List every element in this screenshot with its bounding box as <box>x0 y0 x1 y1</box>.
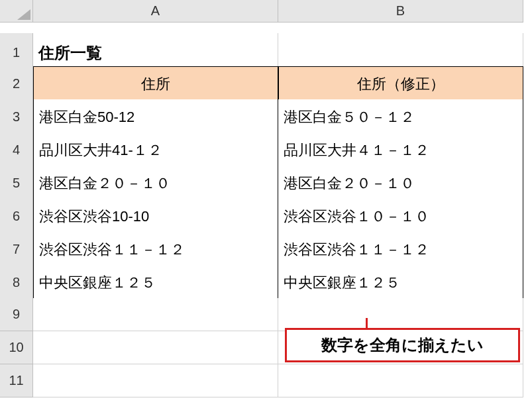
select-all-corner[interactable] <box>0 0 33 23</box>
cell-b7[interactable]: 渋谷区渋谷１１－１２ <box>278 232 523 268</box>
row-header-9[interactable]: 9 <box>0 298 33 331</box>
cell-b5[interactable]: 港区白金２０－１０ <box>278 166 523 201</box>
row-header-4[interactable]: 4 <box>0 132 33 168</box>
cell-b4[interactable]: 品川区大井４１－１２ <box>278 132 523 168</box>
cell-b8[interactable]: 中央区銀座１２５ <box>278 265 523 301</box>
cell-a5[interactable]: 港区白金２０－１０ <box>33 166 278 201</box>
row-header-8[interactable]: 8 <box>0 265 33 301</box>
row-header-11[interactable]: 11 <box>0 364 33 397</box>
cell-a10[interactable] <box>33 331 278 364</box>
column-header-a[interactable]: A <box>33 0 278 23</box>
cell-a6[interactable]: 渋谷区渋谷10-10 <box>33 199 278 235</box>
cell-a11[interactable] <box>33 364 278 397</box>
cell-a2-header[interactable]: 住所 <box>33 66 278 102</box>
cell-a3[interactable]: 港区白金50-12 <box>33 99 278 135</box>
cell-a7[interactable]: 渋谷区渋谷１１－１２ <box>33 232 278 268</box>
cell-b9[interactable] <box>278 298 523 331</box>
cell-b2-header[interactable]: 住所（修正） <box>278 66 523 102</box>
row-header-5[interactable]: 5 <box>0 166 33 201</box>
cell-a8[interactable]: 中央区銀座１２５ <box>33 265 278 301</box>
cell-b11[interactable] <box>278 364 523 397</box>
row-header-10[interactable]: 10 <box>0 331 33 364</box>
cell-a4[interactable]: 品川区大井41-１２ <box>33 132 278 168</box>
annotation-callout: 数字を全角に揃えたい <box>285 328 520 362</box>
cell-b6[interactable]: 渋谷区渋谷１０－１０ <box>278 199 523 235</box>
cell-a9[interactable] <box>33 298 278 331</box>
cell-b3[interactable]: 港区白金５０－１２ <box>278 99 523 135</box>
column-header-b[interactable]: B <box>278 0 523 23</box>
row-header-7[interactable]: 7 <box>0 232 33 268</box>
row-header-2[interactable]: 2 <box>0 66 33 102</box>
row-header-3[interactable]: 3 <box>0 99 33 135</box>
row-header-6[interactable]: 6 <box>0 199 33 235</box>
